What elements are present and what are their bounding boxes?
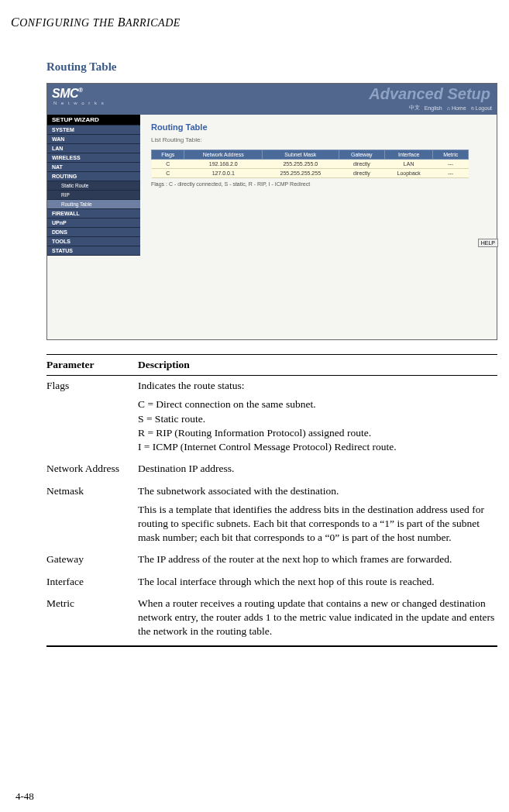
cell-gw: directly bbox=[339, 169, 385, 178]
home-icon: ⌂ bbox=[447, 105, 450, 111]
sidebar-setup-wizard[interactable]: SETUP WIZARD bbox=[47, 115, 140, 126]
sidebar-item-firewall[interactable]: FIREWALL bbox=[47, 209, 140, 218]
table-row: C 127.0.0.1 255.255.255.255 directly Loo… bbox=[152, 169, 469, 178]
param-name: Interface bbox=[46, 575, 138, 589]
param-header-desc: Description bbox=[138, 358, 497, 372]
sidebar-item-routing[interactable]: ROUTING bbox=[47, 172, 140, 181]
sidebar-item-status[interactable]: STATUS bbox=[47, 246, 140, 256]
advanced-setup-title: Advanced Setup bbox=[369, 85, 490, 103]
th-network-address: Network Address bbox=[184, 150, 263, 160]
table-header-row: Flags Network Address Subnet Mask Gatewa… bbox=[152, 150, 469, 160]
param-header-row: Parameter Description bbox=[46, 354, 497, 376]
logo: SMC® bbox=[52, 87, 82, 101]
param-desc: The IP address of the router at the next… bbox=[138, 552, 497, 566]
sidebar-sub-routing-table[interactable]: Routing Table bbox=[47, 200, 140, 209]
param-desc: When a router receives a routing update … bbox=[138, 597, 497, 639]
cell-metric: --- bbox=[433, 169, 469, 178]
param-name: Network Address bbox=[46, 462, 138, 476]
param-row-gateway: Gateway The IP address of the router at … bbox=[46, 549, 497, 571]
cell-flags: C bbox=[152, 169, 184, 178]
param-row-netmask: Netmask The subnetwork associated with t… bbox=[46, 481, 497, 550]
section-title: Routing Table bbox=[46, 60, 494, 74]
topbar: 中文 English ⌂ Home ⎋ Logout bbox=[409, 104, 492, 112]
param-desc-line: The subnetwork associated with the desti… bbox=[138, 484, 497, 498]
cell-gw: directly bbox=[339, 160, 385, 169]
logo-text: SMC bbox=[52, 87, 78, 100]
screenshot-body: SETUP WIZARD SYSTEM WAN LAN WIRELESS NAT… bbox=[47, 115, 497, 339]
sidebar-item-ddns[interactable]: DDNS bbox=[47, 228, 140, 237]
cell-mask: 255.255.255.255 bbox=[263, 169, 339, 178]
sidebar-spacer bbox=[47, 256, 140, 339]
param-desc-line: When a router receives a routing update … bbox=[138, 597, 497, 639]
param-desc-line: C = Direct connection on the same subnet… bbox=[138, 397, 497, 454]
param-name: Gateway bbox=[46, 552, 138, 566]
th-subnet-mask: Subnet Mask bbox=[263, 150, 339, 160]
param-name: Flags bbox=[46, 379, 138, 393]
th-flags: Flags bbox=[152, 150, 184, 160]
routing-table: Flags Network Address Subnet Mask Gatewa… bbox=[151, 150, 469, 178]
param-desc-line: Destination IP address. bbox=[138, 462, 497, 476]
cell-flags: C bbox=[152, 160, 184, 169]
running-head: CONFIGURING THE BARRICADE bbox=[11, 15, 494, 29]
th-metric: Metric bbox=[433, 150, 469, 160]
sidebar-item-tools[interactable]: TOOLS bbox=[47, 237, 140, 246]
sidebar-item-wan[interactable]: WAN bbox=[47, 135, 140, 144]
param-desc-line: The IP address of the router at the next… bbox=[138, 552, 497, 566]
home-label: Home bbox=[452, 105, 466, 111]
logo-subtitle: N e t w o r k s bbox=[53, 101, 105, 105]
sidebar-sub-static-route[interactable]: Static Route bbox=[47, 181, 140, 191]
th-interface: Interface bbox=[385, 150, 433, 160]
param-desc-line: Indicates the route status: bbox=[138, 379, 497, 393]
th-gateway: Gateway bbox=[339, 150, 385, 160]
main-subtitle: List Routing Table: bbox=[151, 136, 486, 143]
parameter-table: Parameter Description Flags Indicates th… bbox=[46, 354, 497, 647]
lang-chinese-link[interactable]: 中文 bbox=[409, 104, 420, 112]
logout-icon: ⎋ bbox=[471, 105, 474, 111]
cell-metric: --- bbox=[433, 160, 469, 169]
help-button[interactable]: HELP bbox=[478, 239, 498, 247]
cell-mask: 255.255.255.0 bbox=[263, 160, 339, 169]
param-desc: Indicates the route status: C = Direct c… bbox=[138, 379, 497, 454]
flags-legend: Flags : C - directly connected, S - stat… bbox=[151, 181, 486, 187]
logo-reg: ® bbox=[78, 87, 82, 94]
param-name: Netmask bbox=[46, 484, 138, 498]
lang-english-link[interactable]: English bbox=[425, 105, 442, 111]
logout-label: Logout bbox=[476, 105, 492, 111]
param-row-flags: Flags Indicates the route status: C = Di… bbox=[46, 376, 497, 459]
param-desc: Destination IP address. bbox=[138, 462, 497, 476]
cell-addr: 127.0.0.1 bbox=[184, 169, 263, 178]
cell-iface: Loopback bbox=[385, 169, 433, 178]
main-title: Routing Table bbox=[151, 122, 486, 132]
sidebar-sub-rip[interactable]: RIP bbox=[47, 191, 140, 200]
sidebar-item-lan[interactable]: LAN bbox=[47, 144, 140, 153]
param-row-network-address: Network Address Destination IP address. bbox=[46, 459, 497, 480]
sidebar-item-wireless[interactable]: WIRELESS bbox=[47, 153, 140, 163]
router-screenshot: SMC® N e t w o r k s Advanced Setup 中文 E… bbox=[46, 83, 497, 340]
home-link[interactable]: ⌂ Home bbox=[447, 105, 466, 111]
sidebar: SETUP WIZARD SYSTEM WAN LAN WIRELESS NAT… bbox=[47, 115, 140, 339]
page-number: 4-48 bbox=[15, 790, 34, 803]
param-desc-line: This is a template that identifies the a… bbox=[138, 503, 497, 545]
cell-addr: 192.168.2.0 bbox=[184, 160, 263, 169]
sidebar-item-system[interactable]: SYSTEM bbox=[47, 126, 140, 135]
param-table-end-rule bbox=[46, 645, 497, 647]
logout-link[interactable]: ⎋ Logout bbox=[471, 105, 492, 111]
main-panel: Routing Table List Routing Table: Flags … bbox=[140, 115, 497, 339]
screenshot-header: SMC® N e t w o r k s Advanced Setup 中文 E… bbox=[47, 84, 497, 115]
param-row-interface: Interface The local interface through wh… bbox=[46, 572, 497, 594]
param-desc: The local interface through which the ne… bbox=[138, 575, 497, 589]
param-header-param: Parameter bbox=[46, 358, 138, 372]
param-name: Metric bbox=[46, 597, 138, 611]
sidebar-item-nat[interactable]: NAT bbox=[47, 163, 140, 172]
param-desc: The subnetwork associated with the desti… bbox=[138, 484, 497, 545]
sidebar-item-upnp[interactable]: UPnP bbox=[47, 218, 140, 228]
param-desc-line: The local interface through which the ne… bbox=[138, 575, 497, 589]
cell-iface: LAN bbox=[385, 160, 433, 169]
table-row: C 192.168.2.0 255.255.255.0 directly LAN… bbox=[152, 160, 469, 169]
param-row-metric: Metric When a router receives a routing … bbox=[46, 594, 497, 644]
